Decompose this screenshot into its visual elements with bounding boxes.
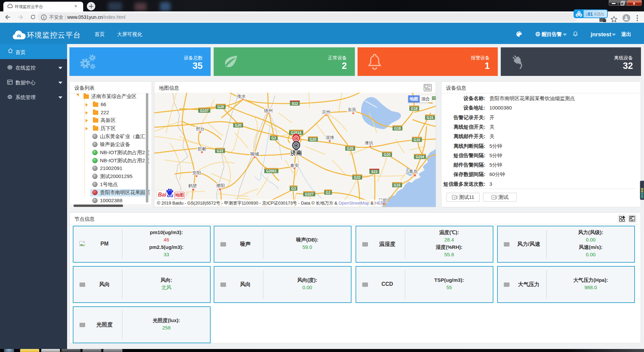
svg-text:G18: G18 xyxy=(394,126,401,130)
svg-text:G18: G18 xyxy=(411,106,418,111)
svg-text:濮阳: 濮阳 xyxy=(216,183,225,188)
svg-text:G20: G20 xyxy=(384,152,390,157)
svg-text:G25: G25 xyxy=(347,146,354,150)
svg-text:聊城: 聊城 xyxy=(250,151,259,157)
svg-text:G2001: G2001 xyxy=(266,169,277,173)
svg-text:G22: G22 xyxy=(217,149,223,153)
svg-text:G15: G15 xyxy=(414,138,420,142)
svg-text:G107: G107 xyxy=(200,108,209,113)
svg-text:德州: 德州 xyxy=(264,108,273,113)
svg-text:G2: G2 xyxy=(271,136,276,140)
svg-text:G204: G204 xyxy=(416,155,424,159)
svg-text:潍坊: 潍坊 xyxy=(364,140,373,145)
svg-text:© 2019 Baidu - GS(2018)5572号 -: © 2019 Baidu - GS(2018)5572号 - 甲测资字11009… xyxy=(157,201,387,206)
svg-text:青岛: 青岛 xyxy=(409,169,418,174)
svg-text:G20: G20 xyxy=(235,123,241,127)
svg-text:鹤壁: 鹤壁 xyxy=(188,183,197,188)
svg-text:泰安: 泰安 xyxy=(290,163,299,168)
svg-text:S12: S12 xyxy=(292,101,298,105)
svg-text:G3: G3 xyxy=(291,186,296,190)
svg-text:邢台: 邢台 xyxy=(196,126,205,131)
svg-text:G327: G327 xyxy=(305,192,314,196)
svg-text:G15: G15 xyxy=(427,116,433,120)
svg-text:淄博: 淄博 xyxy=(325,135,334,140)
svg-text:邯郸: 邯郸 xyxy=(198,146,206,151)
svg-text:滨州: 滨州 xyxy=(322,109,330,115)
svg-text:G2: G2 xyxy=(326,190,330,194)
svg-text:G20: G20 xyxy=(217,105,224,109)
svg-text:G15: G15 xyxy=(394,183,400,187)
svg-text:S23: S23 xyxy=(371,170,378,174)
svg-text:衡水: 衡水 xyxy=(237,94,246,99)
svg-text:G22: G22 xyxy=(354,175,361,179)
svg-text:东营: 东营 xyxy=(347,107,356,112)
svg-text:G20: G20 xyxy=(310,137,316,141)
svg-text:安阳: 安阳 xyxy=(192,170,201,175)
svg-text:济南: 济南 xyxy=(290,150,302,156)
